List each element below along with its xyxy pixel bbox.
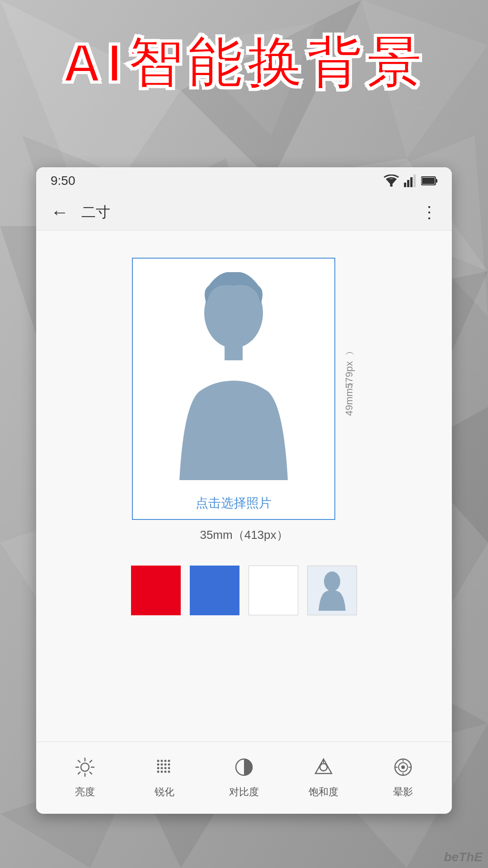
svg-point-63 bbox=[401, 765, 405, 769]
toolbar-contrast[interactable]: 对比度 bbox=[204, 757, 284, 799]
color-swatches bbox=[131, 566, 357, 615]
brightness-icon bbox=[75, 757, 95, 782]
app-title: AI智能换背景 bbox=[0, 27, 488, 101]
wifi-icon bbox=[383, 175, 399, 187]
svg-rect-28 bbox=[422, 178, 435, 184]
svg-point-55 bbox=[164, 770, 167, 773]
svg-rect-24 bbox=[410, 177, 413, 187]
photo-frame[interactable]: 点击选择照片 bbox=[132, 258, 335, 520]
svg-point-31 bbox=[324, 571, 340, 591]
svg-point-49 bbox=[157, 767, 160, 769]
toolbar-brightness[interactable]: 亮度 bbox=[45, 757, 125, 799]
saturation-svg bbox=[314, 757, 333, 777]
person-icon-small bbox=[316, 570, 348, 611]
phone-mockup: 9:50 ← 二寸 bbox=[36, 167, 452, 814]
svg-point-54 bbox=[161, 770, 163, 773]
screen-title: 二寸 bbox=[81, 203, 110, 222]
svg-line-40 bbox=[78, 772, 80, 774]
person-silhouette bbox=[166, 272, 301, 480]
svg-rect-22 bbox=[404, 183, 406, 187]
status-icons bbox=[383, 175, 437, 187]
svg-point-43 bbox=[164, 760, 167, 762]
svg-point-42 bbox=[161, 760, 163, 762]
contrast-label: 对比度 bbox=[229, 785, 259, 799]
dimension-bottom: 35mm（413px） bbox=[200, 527, 288, 543]
svg-point-47 bbox=[164, 763, 167, 765]
svg-point-50 bbox=[161, 767, 163, 769]
svg-point-21 bbox=[390, 184, 393, 187]
brightness-label: 亮度 bbox=[75, 785, 95, 799]
svg-point-44 bbox=[168, 760, 170, 762]
battery-icon bbox=[421, 176, 437, 186]
swatch-red[interactable] bbox=[131, 566, 181, 615]
svg-rect-30 bbox=[225, 342, 243, 360]
vignette-label: 晕影 bbox=[393, 785, 413, 799]
brightness-svg bbox=[75, 757, 95, 777]
swatch-blue[interactable] bbox=[190, 566, 239, 615]
toolbar-saturation[interactable]: 饱和度 bbox=[284, 757, 363, 799]
svg-rect-23 bbox=[407, 180, 409, 187]
bottom-toolbar: 亮度 bbox=[36, 741, 452, 814]
toolbar-sharpen[interactable]: 锐化 bbox=[125, 757, 204, 799]
watermark: beThE bbox=[438, 846, 488, 868]
svg-line-38 bbox=[90, 772, 92, 774]
svg-point-46 bbox=[161, 763, 163, 765]
sharpen-label: 锐化 bbox=[155, 785, 174, 799]
svg-point-56 bbox=[168, 770, 170, 773]
more-button[interactable]: ⋮ bbox=[418, 199, 441, 226]
vignette-icon bbox=[393, 757, 413, 782]
main-content: 点击选择照片 49mm（579px） 35mm（413px） bbox=[36, 231, 452, 741]
svg-point-41 bbox=[157, 760, 160, 762]
back-button[interactable]: ← bbox=[47, 198, 72, 226]
status-time: 9:50 bbox=[51, 174, 75, 188]
svg-point-59 bbox=[320, 764, 327, 771]
svg-point-48 bbox=[168, 763, 170, 765]
sharpen-svg bbox=[155, 757, 174, 777]
saturation-label: 饱和度 bbox=[309, 785, 338, 799]
svg-point-32 bbox=[81, 763, 89, 771]
contrast-svg bbox=[234, 757, 254, 777]
svg-rect-27 bbox=[436, 179, 437, 183]
svg-line-37 bbox=[78, 760, 80, 762]
svg-point-52 bbox=[168, 767, 170, 769]
saturation-icon bbox=[314, 757, 333, 782]
swatch-white[interactable] bbox=[249, 566, 298, 615]
photo-frame-wrapper: 点击选择照片 49mm（579px） bbox=[132, 258, 356, 520]
svg-line-39 bbox=[90, 760, 92, 762]
svg-point-45 bbox=[157, 763, 160, 765]
status-bar: 9:50 bbox=[36, 167, 452, 194]
signal-icon bbox=[404, 175, 417, 187]
select-photo-label[interactable]: 点击选择照片 bbox=[133, 495, 334, 512]
svg-point-51 bbox=[164, 767, 167, 769]
swatch-person[interactable] bbox=[307, 566, 357, 615]
svg-point-53 bbox=[157, 770, 160, 773]
svg-rect-25 bbox=[413, 175, 416, 187]
toolbar-vignette[interactable]: 晕影 bbox=[363, 757, 443, 799]
photo-area: 点击选择照片 49mm（579px） 35mm（413px） bbox=[132, 258, 356, 543]
dimension-right: 49mm（579px） bbox=[343, 361, 356, 416]
vignette-svg bbox=[393, 757, 413, 777]
app-bar: ← 二寸 ⋮ bbox=[36, 194, 452, 231]
title-section: AI智能换背景 bbox=[0, 27, 488, 101]
sharpen-icon bbox=[155, 757, 174, 782]
contrast-icon bbox=[234, 757, 254, 782]
